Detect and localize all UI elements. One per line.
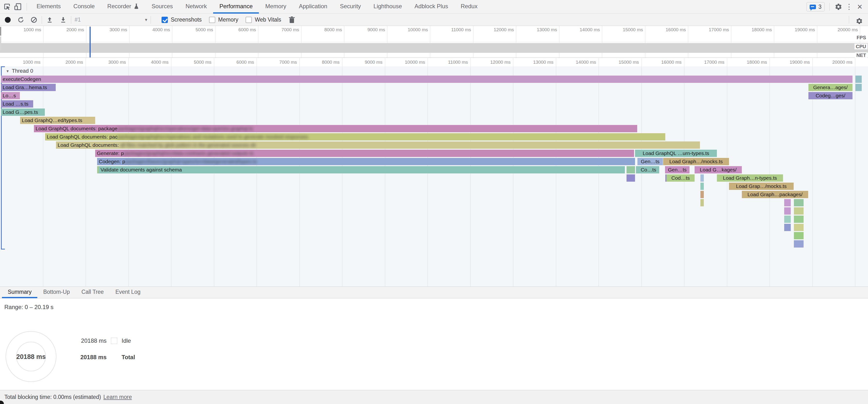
flame-bar-label: Load Grap…/mocks.ts xyxy=(736,183,786,189)
flame-bar-load-g-pes-ts[interactable]: Load G…pes.ts xyxy=(1,108,45,116)
flame-block[interactable] xyxy=(784,199,791,206)
checkbox-box-web-vitals[interactable] xyxy=(246,17,252,23)
flame-bar-load-graph-mocks-ts[interactable]: Load Graph…/mocks.ts xyxy=(663,158,729,165)
flame-block[interactable] xyxy=(784,207,791,215)
flame-bar-label: Load Gra…hema.ts xyxy=(3,85,47,90)
flame-block[interactable] xyxy=(794,207,804,215)
flame-block[interactable] xyxy=(701,183,704,190)
device-toolbar-icon[interactable] xyxy=(12,1,23,12)
tab-sources[interactable]: Sources xyxy=(145,0,179,13)
flame-chart[interactable]: ▼ Thread 0 executeCodegenLoad Gra…hema.t… xyxy=(0,66,868,287)
flame-block[interactable] xyxy=(794,199,804,206)
chevron-down-icon: ▾ xyxy=(145,17,147,23)
flame-bar-label: Gen…ts xyxy=(668,167,687,173)
flame-bar-codeg-ges-[interactable]: Codeg…ges/ xyxy=(808,92,852,99)
tab-adblock-plus[interactable]: Adblock Plus xyxy=(408,0,455,13)
settings-gear-icon[interactable] xyxy=(833,1,844,12)
flame-bar-load-graphql-documents-pac[interactable]: Load GraphQL documents: pacpackages/grap… xyxy=(45,133,665,141)
flame-bar-lo-s[interactable]: Lo…s xyxy=(1,92,20,99)
timeline-overview[interactable]: 1000 ms2000 ms3000 ms4000 ms5000 ms6000 … xyxy=(0,26,868,58)
flame-bar-genera-ages-[interactable]: Genera…ages/ xyxy=(808,84,852,91)
details-tab-summary[interactable]: Summary xyxy=(2,287,37,298)
redacted-text: packages/bases/graphql-types/src/data/ge… xyxy=(125,159,257,164)
flame-bar-gen-ts[interactable]: Gen…ts xyxy=(638,158,663,165)
details-tab-call-tree[interactable]: Call Tree xyxy=(75,287,110,298)
clear-button[interactable] xyxy=(30,15,38,24)
history-dropdown[interactable]: #1 ▾ xyxy=(74,17,147,23)
collapse-triangle-icon: ▼ xyxy=(6,69,9,73)
toolbar-divider xyxy=(151,16,151,24)
flame-bar-load-graphql-urn-types-ts[interactable]: Load GraphQL …urn-types.ts xyxy=(635,150,717,157)
tab-memory[interactable]: Memory xyxy=(259,0,292,13)
flame-bar-label: Load G…pes.ts xyxy=(3,109,38,115)
details-tab-event-log[interactable]: Event Log xyxy=(110,287,146,298)
flame-bar-load-graph-n-types-ts[interactable]: Load Graph…n-types.ts xyxy=(717,175,783,182)
save-profile-icon[interactable] xyxy=(59,15,68,24)
flame-bar-load-graphql-documents-[interactable]: Load GraphQL documents: all files matche… xyxy=(56,142,700,149)
tab-label: Redux xyxy=(461,3,477,10)
total-blocking-time-footer: Total blocking time: 0.00ms (estimated) … xyxy=(0,390,868,404)
tab-console[interactable]: Console xyxy=(67,0,101,13)
tab-application[interactable]: Application xyxy=(292,0,334,13)
tab-security[interactable]: Security xyxy=(334,0,367,13)
more-options-icon[interactable]: ⋮ xyxy=(844,1,855,12)
flame-bar-cod-ts[interactable]: Cod…ts xyxy=(666,175,694,182)
overview-handle[interactable] xyxy=(0,37,1,50)
tab-lighthouse[interactable]: Lighthouse xyxy=(367,0,408,13)
tab-elements[interactable]: Elements xyxy=(30,0,67,13)
flame-block[interactable] xyxy=(856,75,862,83)
garbage-collect-icon[interactable] xyxy=(287,15,296,24)
reload-and-record-button[interactable] xyxy=(17,15,25,24)
flame-bar-load-graphql-documents-package[interactable]: Load GraphQL documents: packagepackages/… xyxy=(34,125,637,132)
checkbox-screenshots[interactable]: Screenshots xyxy=(161,17,202,23)
flame-block[interactable] xyxy=(626,175,635,182)
flame-bar-load-grap-mocks-ts[interactable]: Load Grap…/mocks.ts xyxy=(729,183,794,190)
details-tab-bottom-up[interactable]: Bottom-Up xyxy=(37,287,75,298)
flame-block[interactable] xyxy=(794,240,804,248)
flame-bar-load-graphq-ed-types-ts[interactable]: Load GraphQ…ed/types.ts xyxy=(20,117,95,124)
flame-block[interactable] xyxy=(701,199,704,206)
legend-label: Idle xyxy=(122,337,131,344)
tab-performance[interactable]: Performance xyxy=(213,0,259,13)
flame-bar-load-gra-hema-ts[interactable]: Load Gra…hema.ts xyxy=(1,84,56,91)
tab-redux[interactable]: Redux xyxy=(454,0,484,13)
selection-bracket-top xyxy=(1,66,5,67)
flame-bar-label: executeCodegen xyxy=(3,76,41,82)
thread-header[interactable]: ▼ Thread 0 xyxy=(6,68,33,74)
checkbox-memory[interactable]: Memory xyxy=(209,17,238,23)
record-button[interactable] xyxy=(3,15,12,24)
flame-block[interactable] xyxy=(701,191,704,198)
tab-network[interactable]: Network xyxy=(179,0,213,13)
flame-bar-validate-documents-against-schema[interactable]: Validate documents against schema xyxy=(99,166,625,174)
flame-block[interactable] xyxy=(794,232,804,239)
checkbox-box-memory[interactable] xyxy=(209,17,215,23)
flame-block[interactable] xyxy=(784,224,791,231)
flame-bar-gen-ts[interactable]: Gen…ts xyxy=(665,166,689,174)
flame-block[interactable] xyxy=(701,175,704,182)
flame-block[interactable] xyxy=(794,224,804,231)
flame-bar-generate-p[interactable]: Generate: ppackages/graphql/src/data-con… xyxy=(95,150,634,157)
issues-badge[interactable]: 3 xyxy=(806,2,825,11)
flame-bar-load-s-ts[interactable]: Load …s.ts xyxy=(1,100,33,107)
ruler-tick-label: 20000 ms xyxy=(817,27,858,32)
capture-settings-gear-icon[interactable] xyxy=(854,16,865,26)
flame-block[interactable] xyxy=(794,216,804,223)
flame-bar-co-ts[interactable]: Co…ts xyxy=(638,166,659,174)
flame-bar-executecodegen[interactable]: executeCodegen xyxy=(1,75,852,83)
flame-block[interactable] xyxy=(784,216,791,223)
checkbox-box-screenshots[interactable] xyxy=(161,17,168,23)
flame-block[interactable] xyxy=(626,166,635,174)
legend-row-total: 20188 msTotal xyxy=(68,353,135,361)
close-devtools-icon[interactable]: × xyxy=(855,1,865,12)
flame-bar-codegen-p[interactable]: Codegen: ppackages/bases/graphql-types/s… xyxy=(97,158,635,165)
checkbox-web-vitals[interactable]: Web Vitals xyxy=(246,17,281,23)
flame-bar-load-graph-packages-[interactable]: Load Graph…packages/ xyxy=(742,191,808,198)
flame-bar-load-g-kages-[interactable]: Load G…kages/ xyxy=(694,166,742,174)
load-profile-icon[interactable] xyxy=(45,15,54,24)
inspect-element-icon[interactable] xyxy=(2,1,12,12)
learn-more-link[interactable]: Learn more xyxy=(103,394,132,400)
flame-bar-label: Genera…ages/ xyxy=(813,85,848,90)
tab-recorder[interactable]: Recorder xyxy=(101,0,145,13)
ruler-tick-label: 6000 ms xyxy=(215,27,256,32)
flame-block[interactable] xyxy=(856,84,862,91)
